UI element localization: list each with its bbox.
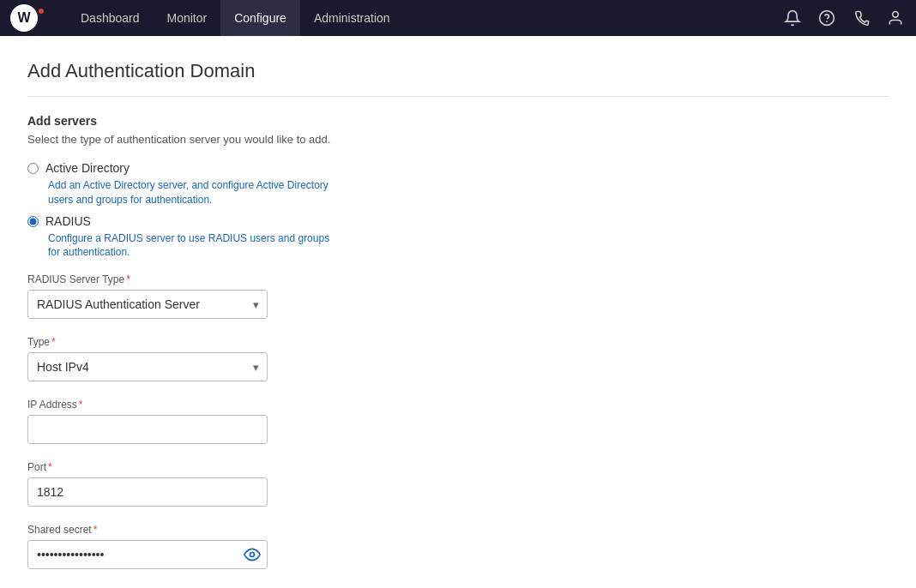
radius-server-type-select[interactable]: RADIUS Authentication Server RADIUS Acco… — [27, 290, 268, 319]
shared-secret-wrapper — [27, 540, 268, 569]
radio-group: Active Directory Add an Active Directory… — [27, 161, 889, 260]
radius-server-type-field: RADIUS Server Type * RADIUS Authenticati… — [27, 273, 889, 319]
port-input[interactable] — [27, 477, 268, 507]
radio-active-directory-desc: Add an Active Directory server, and conf… — [48, 178, 340, 207]
radio-active-directory-label[interactable]: Active Directory — [45, 161, 130, 175]
nav-item-monitor[interactable]: Monitor — [154, 0, 221, 36]
nav-icons — [782, 8, 906, 28]
page-title: Add Authentication Domain — [27, 60, 889, 97]
port-label: Port * — [27, 461, 889, 473]
radius-server-type-select-wrapper: RADIUS Authentication Server RADIUS Acco… — [27, 290, 268, 319]
section-desc: Select the type of authentication server… — [27, 133, 889, 146]
type-select-wrapper: Host IPv4 Host IPv6 Domain Name — [27, 352, 268, 381]
radio-radius-input[interactable] — [27, 216, 39, 227]
radio-radius-label[interactable]: RADIUS — [45, 214, 91, 228]
required-star-3: * — [79, 399, 83, 411]
shared-secret-field: Shared secret * — [27, 524, 889, 569]
user-icon[interactable] — [885, 8, 906, 28]
phone-icon[interactable] — [851, 8, 871, 28]
radio-active-directory-input[interactable] — [27, 163, 39, 174]
bell-icon[interactable] — [782, 8, 803, 28]
shared-secret-label: Shared secret * — [27, 524, 889, 536]
shared-secret-input[interactable] — [27, 540, 268, 569]
required-star-5: * — [93, 524, 98, 536]
nav-item-dashboard[interactable]: Dashboard — [67, 0, 154, 36]
radio-active-directory: Active Directory — [27, 161, 889, 175]
required-star-4: * — [48, 461, 52, 473]
ip-address-label: IP Address * — [27, 399, 889, 411]
radio-radius: RADIUS — [27, 214, 889, 228]
logo-dot — [39, 9, 44, 14]
type-label: Type * — [27, 336, 889, 348]
logo-w-letter: W — [17, 10, 30, 26]
navbar: W Dashboard Monitor Configure Administra… — [0, 0, 916, 36]
svg-point-2 — [893, 12, 899, 18]
nav-item-configure[interactable]: Configure — [220, 0, 300, 36]
section-title: Add servers — [27, 114, 889, 128]
radio-radius-desc: Configure a RADIUS server to use RADIUS … — [48, 231, 340, 261]
logo-circle: W — [10, 4, 38, 32]
nav-item-administration[interactable]: Administration — [300, 0, 404, 36]
help-icon[interactable] — [817, 8, 837, 28]
ip-address-input[interactable] — [27, 415, 268, 444]
type-field: Type * Host IPv4 Host IPv6 Domain Name — [27, 336, 889, 381]
required-star-1: * — [126, 273, 130, 285]
ip-address-field: IP Address * — [27, 399, 889, 444]
toggle-password-button[interactable] — [244, 546, 261, 563]
port-field: Port * — [27, 461, 889, 507]
brand-logo[interactable]: W — [10, 4, 46, 32]
svg-point-3 — [250, 553, 255, 557]
radius-server-type-label: RADIUS Server Type * — [27, 273, 889, 285]
main-content: Add Authentication Domain Add servers Se… — [0, 36, 916, 588]
required-star-2: * — [51, 336, 56, 348]
type-select[interactable]: Host IPv4 Host IPv6 Domain Name — [27, 352, 268, 381]
nav-items: Dashboard Monitor Configure Administrati… — [67, 0, 782, 36]
